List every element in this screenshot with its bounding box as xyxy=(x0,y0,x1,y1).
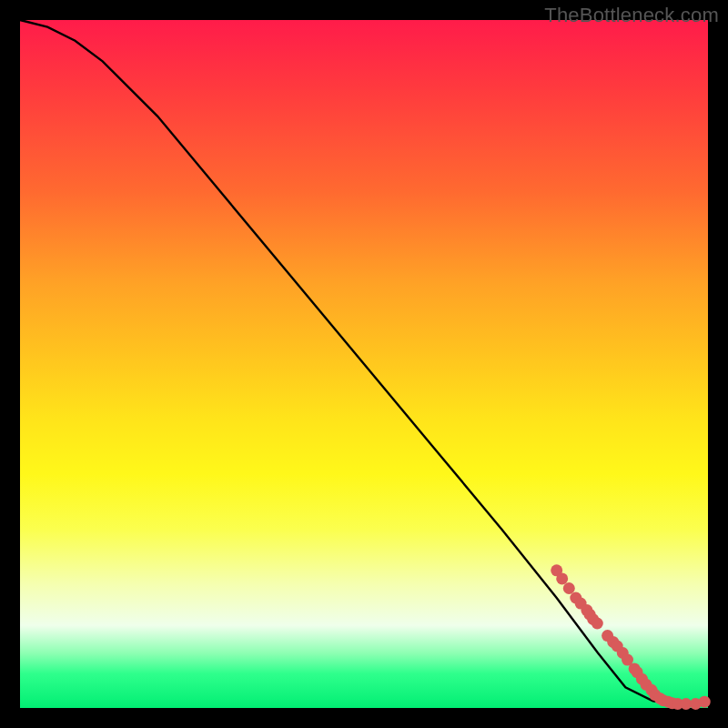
chart-svg xyxy=(20,20,708,708)
data-marker xyxy=(699,696,711,708)
data-marker xyxy=(592,618,603,630)
marker-group xyxy=(551,564,711,710)
chart-frame: TheBottleneck.com xyxy=(0,0,728,728)
data-marker xyxy=(556,572,568,584)
plot-area xyxy=(20,20,708,708)
main-curve xyxy=(20,20,708,704)
watermark-text: TheBottleneck.com xyxy=(544,4,719,27)
data-marker xyxy=(563,582,575,594)
